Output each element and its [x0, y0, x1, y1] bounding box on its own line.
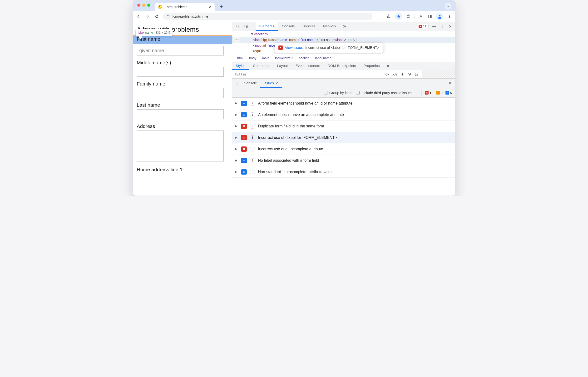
view-issue-link[interactable]: View issue: [285, 45, 303, 51]
collapsed-siblings-icon[interactable]: ••• [233, 37, 241, 43]
inspect-element-button[interactable] [236, 24, 241, 29]
severity-icon: ≡ [241, 101, 247, 106]
info-count[interactable]: ≡6 [445, 91, 452, 95]
hover-toggle-button[interactable]: :hov [383, 72, 389, 76]
address-textarea[interactable] [137, 130, 224, 162]
browser-tab[interactable]: 😳 Form problems ✕ [155, 3, 215, 11]
severity-icon: ≡ [241, 158, 247, 163]
subtab-styles[interactable]: Styles [232, 62, 249, 70]
third-party-cookies-checkbox[interactable]: Include third-party cookie issues [356, 91, 412, 95]
subtab-properties[interactable]: Properties [360, 62, 383, 70]
subtab-dom-breakpoints[interactable]: DOM Breakpoints [324, 62, 360, 70]
tab-network[interactable]: Network [319, 22, 340, 31]
more-subtabs-button[interactable] [384, 62, 392, 70]
breadcrumb-item[interactable]: form#form-1 [272, 56, 296, 60]
first-name-input[interactable] [137, 46, 224, 56]
close-drawer-button[interactable]: ✕ [446, 79, 454, 88]
cls-toggle-button[interactable]: .cls [392, 72, 397, 76]
back-button[interactable] [136, 13, 142, 19]
reload-icon [155, 14, 159, 19]
tab-sources[interactable]: Sources [299, 22, 319, 31]
issue-row[interactable]: ▶✕2Duplicate form field id in the same f… [232, 120, 455, 132]
drawer-tab-issues-label: Issues [264, 81, 274, 85]
labs-button[interactable] [418, 13, 424, 19]
panel-right-icon [415, 72, 418, 76]
devtools-settings-button[interactable] [431, 24, 437, 29]
more-tabs-button[interactable] [340, 22, 349, 31]
error-count: 12 [423, 24, 426, 28]
new-style-rule-button[interactable] [401, 72, 404, 76]
middle-name-input[interactable] [137, 67, 224, 77]
styles-filter-input[interactable] [232, 72, 379, 76]
share-button[interactable] [386, 13, 392, 19]
breadcrumb-item[interactable]: section [296, 56, 312, 60]
group-by-kind-checkbox[interactable]: Group by kind [324, 91, 351, 95]
profile-button[interactable] [436, 13, 443, 20]
issue-row[interactable]: ▶✕8Incorrect use of <label for=FORM_ELEM… [232, 132, 455, 143]
subtab-layout[interactable]: Layout [273, 62, 292, 70]
breadcrumb-item[interactable]: html [234, 56, 246, 60]
drawer: Console Issues ✕ ✕ Group by kind [232, 78, 455, 196]
expand-icon: ▶ [235, 125, 238, 128]
avatar-icon [437, 14, 442, 19]
tab-console[interactable]: Console [278, 22, 299, 31]
error-count-chip[interactable]: ✕ 12 [417, 24, 428, 29]
issue-title: A form field element should have an id o… [258, 101, 353, 106]
bookmark-button[interactable] [395, 13, 402, 20]
breadcrumb-item[interactable]: body [246, 56, 259, 60]
arrow-right-icon [146, 14, 150, 19]
issue-title: Incorrect use of <label for=FORM_ELEMENT… [258, 136, 337, 140]
issue-row[interactable]: ▶≡1An element doesn't have an autocomple… [232, 109, 455, 120]
new-tab-button[interactable]: ＋ [218, 3, 225, 10]
paint-button[interactable] [408, 72, 411, 76]
extensions-button[interactable] [406, 13, 411, 19]
last-name-input[interactable] [137, 109, 224, 119]
site-settings-icon[interactable] [166, 14, 170, 18]
last-name-label: Last name [137, 102, 228, 108]
reload-button[interactable] [154, 13, 160, 19]
chrome-menu-button[interactable] [447, 13, 452, 19]
checkbox-label: Include third-party cookie issues [362, 91, 412, 95]
severity-icon: ≡ [241, 112, 247, 118]
warnings-count[interactable]: !0 [436, 91, 443, 95]
devtools-menu-button[interactable] [440, 24, 445, 29]
issue-row[interactable]: ▶≡2A form field element should have an i… [232, 98, 455, 109]
svg-point-9 [449, 17, 450, 18]
side-panel-button[interactable] [427, 13, 433, 19]
issue-row[interactable]: ▶≡2Non-standard `autocomplete` attribute… [232, 166, 455, 178]
svg-rect-5 [430, 15, 431, 18]
drawer-menu-button[interactable] [233, 79, 241, 88]
minimize-window-button[interactable] [142, 4, 145, 7]
breadcrumb-item[interactable]: main [259, 56, 272, 60]
flask-icon [419, 14, 423, 18]
close-window-button[interactable] [137, 4, 140, 7]
issue-title: No label associated with a form field [258, 158, 319, 163]
gear-icon [432, 24, 436, 29]
family-name-input[interactable] [137, 88, 224, 98]
expand-icon: ▶ [235, 102, 238, 105]
error-badge-icon: ✕ [418, 25, 422, 28]
selected-dom-node[interactable]: <label for class="name" name="first-name… [232, 37, 455, 43]
drawer-tab-issues[interactable]: Issues ✕ [260, 79, 282, 88]
computed-panel-toggle[interactable] [415, 72, 418, 76]
address-bar[interactable]: form-problems.glitch.me [163, 13, 373, 20]
subtab-event-listeners[interactable]: Event Listeners [292, 62, 324, 70]
drawer-tab-console[interactable]: Console [241, 79, 260, 88]
close-issues-tab-button[interactable]: ✕ [276, 81, 279, 85]
forward-button[interactable] [145, 13, 151, 19]
svg-point-21 [237, 84, 237, 85]
issue-row[interactable]: ▶✕2Incorrect use of autocomplete attribu… [232, 143, 455, 155]
device-toggle-button[interactable] [243, 24, 249, 29]
tab-elements[interactable]: Elements [256, 22, 278, 31]
elements-dom-tree[interactable]: ••• ▼<section> <label for class="name" n… [232, 31, 455, 54]
close-devtools-button[interactable] [448, 24, 453, 29]
breadcrumb-item[interactable]: label.name [312, 56, 334, 60]
issue-row[interactable]: ▶≡1No label associated with a form field [232, 155, 455, 166]
chevrons-right-icon [342, 24, 346, 28]
tab-list-button[interactable] [445, 3, 452, 10]
maximize-window-button[interactable] [147, 4, 150, 7]
kebab-icon [441, 25, 444, 28]
subtab-computed[interactable]: Computed [249, 62, 273, 70]
close-tab-button[interactable]: ✕ [209, 5, 212, 9]
errors-count[interactable]: ✕12 [425, 91, 433, 95]
